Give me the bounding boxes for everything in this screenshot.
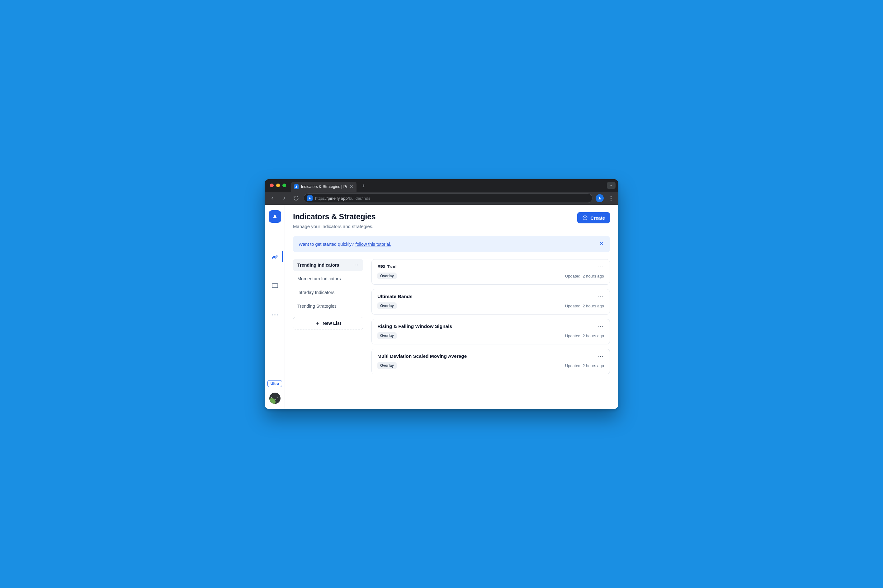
sidebar-nav-indicators[interactable] (268, 249, 283, 263)
tab-favicon-icon (294, 184, 299, 189)
list-item-label: Trending Strategies (297, 304, 337, 309)
svg-rect-0 (272, 284, 277, 288)
window-controls (268, 183, 289, 187)
list-item-menu-button[interactable]: ··· (354, 262, 359, 267)
indicator-card[interactable]: Rising & Falling Window Signals ··· Over… (372, 319, 610, 344)
list-item-label: Momentum Indicators (297, 276, 341, 281)
browser-chrome: Indicators & Strategies | Pineify ✕ + (265, 179, 618, 205)
card-menu-button[interactable]: ··· (597, 324, 604, 329)
card-updated: Updated: 2 hours ago (565, 304, 604, 308)
card-updated: Updated: 2 hours ago (565, 333, 604, 338)
browser-window: Indicators & Strategies | Pineify ✕ + (265, 179, 618, 409)
cards-panel: RSI Trail ··· Overlay Updated: 2 hours a… (372, 259, 610, 374)
plus-circle-icon (582, 215, 588, 220)
list-item-label: Intraday Indicators (297, 290, 334, 295)
tab-title: Indicators & Strategies | Pineify (301, 184, 347, 189)
window-zoom-button[interactable] (283, 183, 286, 187)
card-updated: Updated: 2 hours ago (565, 363, 604, 368)
profile-button[interactable] (596, 194, 604, 202)
page-header: Indicators & Strategies Manage your indi… (293, 212, 610, 229)
card-menu-button[interactable]: ··· (597, 294, 604, 299)
sidebar-nav-billing[interactable] (268, 279, 283, 292)
reload-button[interactable] (292, 194, 301, 202)
plan-badge[interactable]: Ultra (268, 380, 282, 387)
create-button[interactable]: Create (577, 212, 610, 224)
info-banner: Want to get started quickly? follow this… (293, 236, 610, 252)
page-subtitle: Manage your indicators and strategies. (293, 224, 376, 229)
list-item-momentum-indicators[interactable]: Momentum Indicators (293, 273, 363, 285)
content-row: Trending Indicators ··· Momentum Indicat… (293, 259, 610, 374)
card-tag: Overlay (378, 332, 397, 339)
card-title: Ultimate Bands (378, 294, 412, 299)
new-list-label: New List (323, 321, 341, 326)
list-item-trending-indicators[interactable]: Trending Indicators ··· (293, 259, 363, 271)
back-button[interactable] (268, 194, 277, 202)
user-avatar[interactable]: • ‿ • (269, 393, 281, 404)
indicator-card[interactable]: RSI Trail ··· Overlay Updated: 2 hours a… (372, 259, 610, 285)
sidebar: Ultra • ‿ • (265, 205, 285, 409)
plus-icon (315, 321, 320, 326)
card-title: Multi Deviation Scaled Moving Average (378, 353, 467, 359)
card-tag: Overlay (378, 273, 397, 279)
sidebar-nav-more[interactable] (268, 308, 283, 322)
card-title: Rising & Falling Window Signals (378, 324, 452, 329)
banner-close-button[interactable] (599, 241, 604, 248)
browser-toolbar: https://pineify.app/builder/inds (265, 192, 618, 205)
main-content: Indicators & Strategies Manage your indi… (285, 205, 618, 409)
card-title: RSI Trail (378, 264, 397, 269)
card-menu-button[interactable]: ··· (597, 353, 604, 359)
list-item-label: Trending Indicators (297, 262, 339, 267)
list-item-trending-strategies[interactable]: Trending Strategies (293, 300, 363, 312)
tab-close-button[interactable]: ✕ (350, 184, 354, 189)
app: Ultra • ‿ • Indicators & Strategies Mana… (265, 205, 618, 409)
close-icon (599, 241, 604, 246)
url-text: https://pineify.app/builder/inds (315, 196, 370, 201)
forward-button[interactable] (280, 194, 289, 202)
tab-strip: Indicators & Strategies | Pineify ✕ + (265, 179, 618, 192)
browser-menu-button[interactable] (607, 196, 615, 201)
banner-text: Want to get started quickly? (299, 242, 355, 247)
site-identity-icon (307, 195, 313, 201)
card-tag: Overlay (378, 302, 397, 309)
card-tag: Overlay (378, 362, 397, 369)
lists-panel: Trending Indicators ··· Momentum Indicat… (293, 259, 363, 374)
tab-overflow-button[interactable] (607, 182, 615, 189)
indicator-card[interactable]: Ultimate Bands ··· Overlay Updated: 2 ho… (372, 289, 610, 315)
create-button-label: Create (590, 215, 605, 220)
url-bar[interactable]: https://pineify.app/builder/inds (304, 194, 593, 203)
indicator-card[interactable]: Multi Deviation Scaled Moving Average ··… (372, 349, 610, 374)
list-item-intraday-indicators[interactable]: Intraday Indicators (293, 286, 363, 298)
app-logo[interactable] (269, 210, 281, 223)
banner-tutorial-link[interactable]: follow this tutorial. (355, 242, 391, 247)
card-updated: Updated: 2 hours ago (565, 274, 604, 279)
browser-tab[interactable]: Indicators & Strategies | Pineify ✕ (291, 182, 357, 192)
page-title: Indicators & Strategies (293, 212, 376, 221)
card-menu-button[interactable]: ··· (597, 264, 604, 269)
window-close-button[interactable] (270, 183, 274, 187)
new-list-button[interactable]: New List (293, 317, 363, 330)
new-tab-button[interactable]: + (359, 182, 368, 190)
window-minimize-button[interactable] (276, 183, 280, 187)
